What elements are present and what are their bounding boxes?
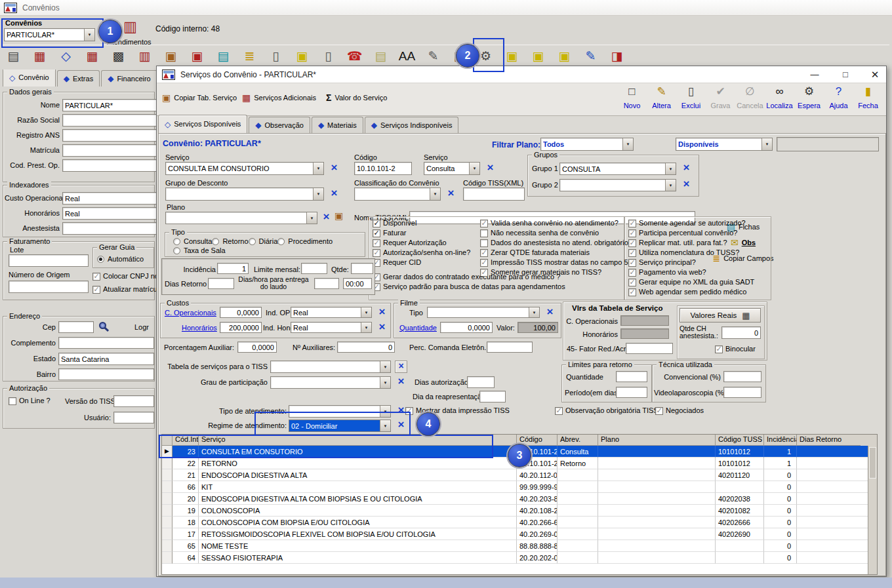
convencional-field[interactable] (723, 371, 761, 382)
notepad-icon[interactable]: ▤ (213, 45, 234, 66)
doc-copy-icon[interactable]: ▣ (160, 45, 182, 66)
tabela-tiss-select[interactable] (270, 361, 391, 373)
dialog-titlebar[interactable]: Serviços do Convênio - PARTICULAR* (157, 66, 886, 83)
novo-button[interactable]: □ Novo (617, 85, 647, 111)
notes-edit-icon[interactable]: ✎ (580, 45, 601, 66)
checkbox-row[interactable]: Web agendar sem pedido médico (628, 288, 754, 296)
tab-materiais[interactable]: ◆ Materiais (312, 117, 363, 133)
tab-observacao[interactable]: ◆ Observação (249, 117, 310, 133)
minimize-button[interactable]: — (805, 68, 824, 81)
ind-op-select[interactable]: Real (291, 307, 372, 318)
clear-grupo1-icon[interactable] (681, 163, 691, 173)
table-row[interactable]: ▶ 21 ENDOSCOPIA DIGESTIVA ALTA 40.20.112… (162, 469, 877, 481)
calculator-icon[interactable]: ▩ (108, 45, 129, 66)
table-row[interactable]: ▶ 64 SESSAO FISIOTERAPIA 20.20.202-0 0 (162, 552, 877, 564)
calendar-icon[interactable]: ▣ (186, 45, 208, 66)
numero-origem-field[interactable] (9, 281, 89, 293)
grupo2-select[interactable] (559, 179, 676, 191)
text-field[interactable]: Real (62, 192, 158, 205)
complemento-field[interactable] (58, 337, 154, 349)
radio-row[interactable]: Retorno (212, 237, 248, 246)
text-field[interactable] (62, 222, 158, 235)
grupo-desconto-select[interactable] (165, 187, 324, 201)
altera-button[interactable]: ✎ Altera (647, 85, 676, 111)
cancela-button[interactable]: ∅ Cancela (735, 85, 765, 111)
n-auxiliares-field[interactable]: 0 (337, 342, 395, 353)
clear-plano-icon[interactable] (321, 212, 331, 222)
fecha-button[interactable]: ▮ Fecha (853, 85, 883, 111)
checkbox-obs-obrigatoria[interactable]: Observação obrigatória TISS (555, 406, 659, 415)
clear-grupo-desconto-icon[interactable] (329, 189, 339, 199)
c-operacionais-field[interactable]: 0,0000 (220, 307, 262, 318)
table-row[interactable]: ▶ 66 KIT 99.99.999-9 0 (162, 481, 877, 493)
checkbox-row[interactable]: Impressão TISS mostrar datas no campo 56… (480, 258, 636, 267)
archive-icon[interactable]: ▣ (291, 45, 313, 66)
drawer3-icon[interactable]: ▣ (554, 45, 575, 66)
checkbox-row[interactable]: Replicar mat. util. para fat.? (628, 239, 754, 247)
col-incidencia[interactable]: Incidência (764, 435, 797, 446)
clear-ind-op-icon[interactable] (377, 307, 387, 317)
checkbox-row[interactable]: Somente gerar materiais no TISS? (480, 268, 636, 277)
limites-quantidade-field[interactable] (616, 371, 647, 382)
bairro-field[interactable] (58, 368, 154, 380)
localiza-button[interactable]: ∞ Localiza (765, 85, 794, 111)
c-operacionais-link[interactable]: C. Operacionais (165, 309, 216, 317)
clear-grupo2-icon[interactable] (681, 180, 691, 189)
copy-pages-icon[interactable]: ▤ (370, 45, 392, 66)
radio-row[interactable]: Consulta (173, 237, 212, 246)
filme-tipo-select[interactable] (427, 307, 540, 318)
text-field[interactable]: Real (62, 207, 158, 220)
codigo-tiss-field[interactable] (463, 187, 525, 201)
radio-row[interactable]: Taxa de Sala (173, 246, 226, 255)
table-row[interactable]: ▶ 65 NOME TESTE 88.88.888-8 0 (162, 540, 877, 552)
valores-reais-button[interactable]: Valores Reais ▦ (679, 308, 761, 323)
tab-financeiro[interactable]: ◆ Financeiro (101, 70, 156, 87)
honorarios-link[interactable]: Honorários (182, 324, 217, 332)
checkbox-row[interactable]: Disponível (373, 219, 470, 227)
text-field[interactable] (62, 159, 158, 172)
filtrar-plano-select[interactable]: Todos (540, 138, 634, 151)
tab-servicos-indisponiveis[interactable]: ◆ Serviços Indisponíveis (365, 117, 459, 133)
menu-servicos-adicionais[interactable]: ▦ Serviços Adicionais (242, 93, 316, 102)
clear-classificacao-icon[interactable] (446, 189, 456, 199)
contacts-icon[interactable]: ▤ (3, 45, 24, 66)
clear-grau-icon[interactable] (396, 377, 406, 387)
checkbox-row[interactable]: Dados do anestesista no atend. obrigatór… (480, 239, 636, 247)
search-cep-icon[interactable] (99, 322, 109, 332)
checkbox-mostrar-data-tiss[interactable]: Mostrar data impressão TISS (405, 406, 510, 415)
convenios-select[interactable]: PARTICULAR* (4, 28, 95, 41)
dias-autorizacao-field[interactable] (467, 376, 495, 388)
clear-tipo-atendimento-icon[interactable] (396, 406, 406, 416)
classificacao-select[interactable] (354, 187, 441, 201)
plano-copy-icon[interactable]: ▣ (334, 210, 343, 221)
estado-field[interactable]: Santa Catarina (58, 353, 154, 365)
checkbox-negociados[interactable]: Negociados (655, 406, 704, 415)
menu-valor-do-servico[interactable]: Σ Valor do Serviço (326, 93, 387, 102)
tipo-atendimento-select[interactable] (289, 405, 391, 418)
table-row[interactable]: ▶ 19 COLONOSCOPIA 40.20.108-2 40201082 0 (162, 505, 877, 517)
checkbox-online[interactable]: On Line ? (9, 397, 51, 405)
checkbox-row[interactable]: Faturar (373, 229, 470, 237)
radio-row[interactable]: Procedimento (277, 237, 333, 246)
grava-button[interactable]: ✔ Grava (706, 85, 735, 111)
checkbox-row[interactable]: Valida senha convênio no atendimento? (480, 219, 636, 227)
close-button[interactable]: ✕ (865, 68, 885, 81)
col-dias-retorno[interactable]: Dias Retorno (797, 435, 861, 446)
perc-comanda-field[interactable] (487, 342, 533, 353)
versao-tiss-field[interactable] (113, 395, 154, 407)
checkbox-row[interactable]: Pagamento via web? (628, 268, 754, 277)
book-icon[interactable]: ◇ (55, 45, 77, 66)
disponiveis-select[interactable]: Disponíveis (676, 138, 773, 151)
dropdown-arrow-icon[interactable] (84, 29, 94, 41)
incidencia-field[interactable]: 1 (217, 263, 249, 274)
col-abrev[interactable]: Abrev. (558, 435, 598, 446)
espera-button[interactable]: ⚙ Espera (794, 85, 824, 111)
text-field[interactable] (62, 144, 158, 157)
plano-select[interactable] (165, 212, 317, 224)
transfer-icon[interactable]: ◨ (606, 45, 628, 66)
checkbox-row[interactable]: Utiliza nomenclatura do TUSS? (628, 248, 754, 257)
text-field[interactable] (62, 114, 158, 127)
maximize-button[interactable]: □ (836, 68, 855, 81)
table-row[interactable]: ▶ 18 COLONOSCOPIA COM BIOPSIA E/OU CITOL… (162, 517, 877, 528)
checkbox-row[interactable]: Participa percentual convênio? (628, 229, 754, 237)
